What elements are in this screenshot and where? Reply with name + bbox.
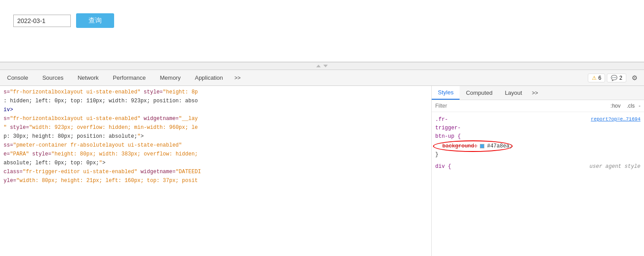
tab-performance[interactable]: Performance — [106, 70, 153, 85]
tab-sources[interactable]: Sources — [35, 70, 71, 85]
tab-computed[interactable]: Computed — [460, 86, 498, 100]
source-line: s="fr-horizontalboxlayout ui-state-enabl… — [0, 114, 431, 123]
drag-handle-icon — [316, 65, 328, 67]
styles-filter-actions: :hov .cls - — [608, 102, 640, 110]
rule-selector-div: div { — [435, 163, 451, 171]
tab-network[interactable]: Network — [70, 70, 106, 85]
styles-filter-row: :hov .cls - — [432, 100, 644, 112]
devtools-toolbar: Console Sources Network Performance Memo… — [0, 70, 644, 86]
tab-layout[interactable]: Layout — [498, 86, 528, 100]
web-page-area: 查询 — [0, 0, 644, 62]
tab-console[interactable]: Console — [0, 70, 35, 85]
rule-source-div: div { user agent style — [435, 163, 640, 171]
source-line: s="fr-horizontalboxlayout ui-state-enabl… — [0, 88, 431, 97]
date-input[interactable] — [13, 15, 71, 27]
info-count: 2 — [619, 75, 622, 81]
property-value: #47a8ea; — [487, 142, 513, 151]
hov-button[interactable]: :hov — [608, 102, 623, 110]
source-line: ss="pmeter-container fr-absolutelayout u… — [0, 141, 431, 150]
tab-application[interactable]: Application — [188, 70, 230, 85]
styles-more-tabs[interactable]: >> — [528, 90, 541, 96]
warning-badge[interactable]: ⚠ 6 — [588, 74, 606, 82]
devtools-toolbar-right: ⚠ 6 💬 2 ⚙ — [584, 72, 644, 84]
tab-styles[interactable]: Styles — [432, 86, 460, 100]
rule-file-link[interactable]: report?op=e…71694 — [591, 116, 640, 141]
input-row: 查询 — [13, 13, 631, 28]
filter-separator: - — [639, 103, 640, 109]
color-swatch[interactable] — [480, 144, 484, 148]
source-line: : hidden; left: 0px; top: 110px; width: … — [0, 97, 431, 105]
settings-button[interactable]: ⚙ — [628, 72, 640, 84]
source-line: p: 30px; height: 80px; position: absolut… — [0, 132, 431, 141]
source-line: " style="width: 923px; overflow: hidden;… — [0, 123, 431, 132]
devtools-tabs: Console Sources Network Performance Memo… — [0, 70, 584, 85]
source-line: yle="width: 80px; height: 21px; left: 16… — [0, 176, 431, 185]
drag-handle[interactable] — [0, 62, 644, 70]
query-button[interactable]: 查询 — [76, 13, 114, 28]
info-icon: 💬 — [611, 75, 617, 81]
info-badge[interactable]: 💬 2 — [607, 74, 626, 82]
user-agent-label: user agent style — [590, 163, 640, 171]
rule-selector: .fr-trigger-btn-up { — [435, 116, 461, 141]
styles-tabs: Styles Computed Layout >> — [432, 86, 644, 100]
style-rule-div: div { user agent style — [435, 163, 640, 171]
rule-source: .fr-trigger-btn-up { report?op=e…71694 — [435, 116, 640, 141]
property-name: background: — [442, 142, 477, 151]
styles-content: .fr-trigger-btn-up { report?op=e…71694 b… — [432, 112, 644, 178]
tab-memory[interactable]: Memory — [153, 70, 188, 85]
source-line: e="PARA" style="height: 80px; width: 383… — [0, 150, 431, 159]
source-line: iv> — [0, 105, 431, 114]
source-panel: s="fr-horizontalboxlayout ui-state-enabl… — [0, 86, 432, 256]
devtools-panel: Console Sources Network Performance Memo… — [0, 70, 644, 256]
warning-icon: ⚠ — [592, 75, 597, 81]
cls-button[interactable]: .cls — [625, 102, 637, 110]
rule-close-brace: } — [435, 151, 640, 159]
styles-filter-input[interactable] — [435, 103, 605, 109]
source-line: class="fr-trigger-editor ui-state-enable… — [0, 167, 431, 176]
warning-count: 6 — [598, 75, 602, 81]
styles-panel: Styles Computed Layout >> :hov .cls - — [432, 86, 644, 256]
devtools-main: s="fr-horizontalboxlayout ui-state-enabl… — [0, 86, 644, 256]
style-rule-fr-trigger: .fr-trigger-btn-up { report?op=e…71694 b… — [435, 116, 640, 159]
source-line: absolute; left: 0px; top: 0px;"> — [0, 159, 431, 167]
rule-property-background: background: #47a8ea; — [435, 142, 640, 151]
devtools-more-tabs[interactable]: >> — [230, 70, 245, 85]
